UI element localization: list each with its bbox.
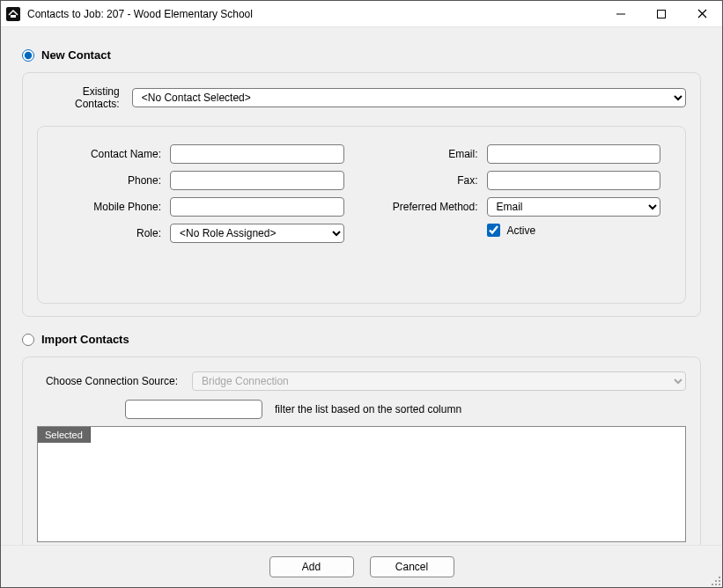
filter-input[interactable] <box>125 400 262 419</box>
role-select[interactable]: <No Role Assigned> <box>170 224 344 243</box>
svg-line-3 <box>698 10 706 18</box>
existing-contacts-select[interactable]: <No Contact Selected> <box>132 88 686 107</box>
mobile-phone-input[interactable] <box>170 197 344 217</box>
contact-fields-group: Contact Name: Phone: Mobile Phone: <box>37 126 686 304</box>
connection-source-label: Choose Connection Source: <box>37 375 178 387</box>
svg-rect-0 <box>11 15 16 18</box>
titlebar: Contacts to Job: 207 - Wood Elementary S… <box>1 1 722 27</box>
mode-new-contact-label: New Contact <box>41 48 111 62</box>
close-button[interactable] <box>682 1 722 27</box>
contact-name-label: Contact Name: <box>63 148 161 160</box>
preferred-method-label: Preferred Method: <box>380 201 478 213</box>
phone-label: Phone: <box>63 174 161 187</box>
new-contact-group: Existing Contacts: <No Contact Selected>… <box>22 72 701 317</box>
content-area: New Contact Existing Contacts: <No Conta… <box>1 27 722 545</box>
minimize-button[interactable] <box>601 1 641 27</box>
window-title: Contacts to Job: 207 - Wood Elementary S… <box>27 8 253 20</box>
svg-rect-2 <box>658 10 666 18</box>
mode-new-contact-radio[interactable] <box>22 49 34 62</box>
resize-grip[interactable] <box>710 575 720 585</box>
add-button[interactable]: Add <box>269 556 354 577</box>
filter-hint: filter the list based on the sorted colu… <box>275 403 461 415</box>
role-label: Role: <box>63 227 161 239</box>
existing-contacts-label: Existing Contacts: <box>37 85 120 110</box>
mobile-phone-label: Mobile Phone: <box>63 201 161 213</box>
app-icon <box>6 7 20 21</box>
contact-name-input[interactable] <box>170 144 344 164</box>
svg-line-4 <box>698 10 706 18</box>
import-grid[interactable]: Selected <box>37 426 686 542</box>
active-checkbox[interactable] <box>487 224 500 237</box>
connection-source-select[interactable]: Bridge Connection <box>192 371 686 391</box>
dialog-window: Contacts to Job: 207 - Wood Elementary S… <box>0 0 723 588</box>
import-contacts-group: Choose Connection Source: Bridge Connect… <box>22 356 701 545</box>
mode-import-contacts-radio[interactable] <box>22 334 34 346</box>
email-input[interactable] <box>487 144 661 164</box>
fax-label: Fax: <box>380 174 478 187</box>
active-label: Active <box>507 224 536 237</box>
import-grid-body: Selected <box>38 427 685 541</box>
cancel-button[interactable]: Cancel <box>370 556 454 577</box>
grid-col-selected[interactable]: Selected <box>38 427 91 443</box>
preferred-method-select[interactable]: Email <box>487 197 661 217</box>
email-label: Email: <box>380 148 478 160</box>
maximize-button[interactable] <box>641 1 682 27</box>
mode-import-contacts-label: Import Contacts <box>41 333 129 346</box>
fax-input[interactable] <box>487 171 661 190</box>
dialog-footer: Add Cancel <box>1 545 722 587</box>
phone-input[interactable] <box>170 171 344 190</box>
